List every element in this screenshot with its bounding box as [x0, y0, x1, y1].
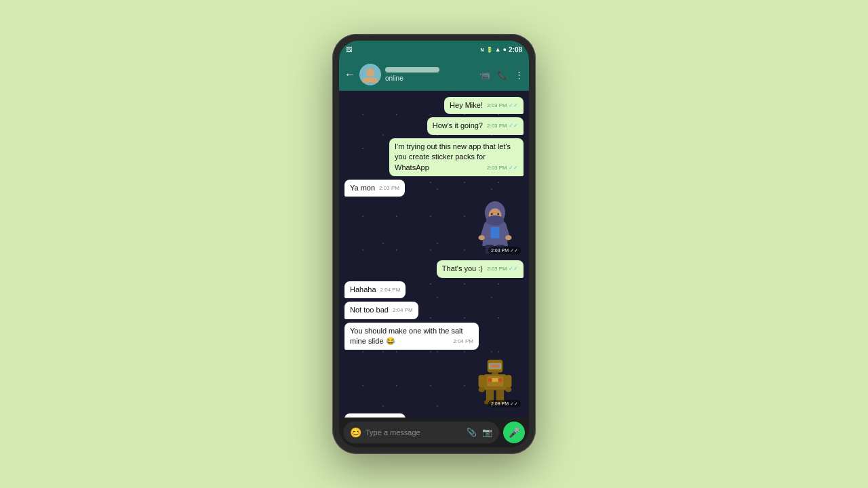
- message-time: 2:03 PM ✓✓: [487, 102, 518, 109]
- mic-icon: 🎤: [509, 427, 520, 438]
- svg-point-7: [486, 216, 504, 226]
- message-text: How's it going?: [433, 121, 483, 129]
- input-bar: 😊 Type a message 📎 📷 🎤: [339, 418, 529, 447]
- message-text: Hahaha: [350, 285, 376, 293]
- message-text: Ya mon: [350, 184, 375, 192]
- time-display: 2:08: [509, 46, 522, 54]
- phone-screen: 🖼 N 🔋 ▲ ● 2:08 ←: [339, 41, 529, 447]
- message-row: That's you :) 2:03 PM ✓✓: [344, 260, 524, 277]
- message-bubble: Not too bad 2:04 PM: [344, 302, 418, 319]
- message-time: 2:04 PM: [393, 306, 413, 314]
- emoji-button[interactable]: 😊: [350, 427, 361, 438]
- svg-point-16: [491, 365, 495, 367]
- sticker-time: 2:03 PM ✓✓: [488, 247, 521, 255]
- attach-icon[interactable]: 📎: [467, 428, 477, 437]
- sticker-bubble: 2:08 PM ✓✓: [467, 353, 524, 410]
- input-action-icons: 📎 📷: [467, 428, 492, 437]
- read-check: ✓✓: [509, 165, 518, 171]
- svg-point-22: [488, 378, 492, 382]
- battery-icon: 🔋: [486, 47, 493, 53]
- message-row: Hahaha 2:04 PM: [344, 281, 524, 298]
- message-time: 2:03 PM ✓✓: [487, 122, 518, 129]
- contact-avatar[interactable]: [359, 64, 381, 85]
- message-input-placeholder[interactable]: Type a message: [366, 428, 462, 436]
- message-text: That's you :): [442, 264, 483, 272]
- voice-call-icon[interactable]: 📞: [497, 70, 508, 80]
- camera-icon[interactable]: 📷: [482, 428, 492, 437]
- message-row: Hey Mike! 2:03 PM ✓✓: [344, 97, 524, 114]
- message-row: Ya mon 2:03 PM: [344, 180, 524, 197]
- read-check: ✓✓: [509, 102, 518, 108]
- message-bubble: Ya mon 2:03 PM: [344, 180, 405, 197]
- svg-point-26: [479, 387, 485, 392]
- message-row: Not too bad 2:04 PM: [344, 302, 524, 319]
- message-time: 2:03 PM: [379, 184, 399, 192]
- message-time: 2:03 PM ✓✓: [487, 164, 518, 171]
- mic-button[interactable]: 🎤: [503, 422, 525, 443]
- message-bubble: Hey Mike! 2:03 PM ✓✓: [444, 97, 524, 114]
- svg-rect-24: [479, 375, 485, 388]
- phone-frame: 🖼 N 🔋 ▲ ● 2:08 ←: [332, 34, 536, 454]
- signal-icon: ●: [503, 46, 507, 53]
- sticker-character: 2:08 PM ✓✓: [468, 354, 522, 409]
- back-button[interactable]: ←: [344, 68, 355, 81]
- message-bubble: Hahaha 2:08 PM: [344, 413, 406, 418]
- svg-point-10: [505, 235, 511, 241]
- status-bar-right: N 🔋 ▲ ● 2:08: [481, 46, 522, 54]
- svg-point-1: [366, 68, 374, 77]
- message-text: Not too bad: [350, 306, 389, 314]
- message-text: You should make one with the salt mine s…: [350, 327, 463, 345]
- message-row: How's it going? 2:03 PM ✓✓: [344, 117, 524, 134]
- contact-status: online: [385, 75, 475, 82]
- message-input-container[interactable]: 😊 Type a message 📎 📷: [343, 422, 499, 443]
- sticker-person: 2:03 PM ✓✓: [468, 201, 522, 256]
- contact-name-bar: [385, 67, 439, 73]
- wifi-icon: ▲: [495, 46, 501, 53]
- chat-messages: Hey Mike! 2:03 PM ✓✓ How's it going? 2:0…: [339, 91, 529, 418]
- message-bubble: Hahaha 2:04 PM: [344, 281, 406, 298]
- avatar-image: [359, 64, 381, 85]
- message-text: Hey Mike!: [450, 101, 483, 109]
- message-bubble: That's you :) 2:03 PM ✓✓: [437, 260, 524, 277]
- sticker-time: 2:08 PM ✓✓: [488, 400, 521, 408]
- svg-point-23: [498, 378, 502, 382]
- svg-point-4: [491, 214, 493, 216]
- message-time: 2:04 PM: [380, 286, 401, 293]
- contact-info[interactable]: online: [385, 67, 475, 82]
- message-time: 2:03 PM ✓✓: [487, 265, 518, 272]
- message-bubble: You should make one with the salt mine s…: [344, 323, 479, 350]
- svg-rect-25: [505, 375, 511, 388]
- video-call-icon[interactable]: 📹: [479, 70, 490, 80]
- message-bubble: I'm trying out this new app that let's y…: [389, 138, 524, 176]
- svg-point-5: [497, 214, 499, 216]
- status-bar-left: 🖼: [346, 46, 352, 53]
- svg-point-27: [505, 387, 511, 392]
- sticker-row: 2:03 PM ✓✓: [344, 200, 524, 257]
- svg-point-9: [479, 235, 485, 241]
- svg-rect-8: [490, 227, 499, 239]
- svg-rect-21: [492, 378, 498, 382]
- chat-header: ← online 📹 📞 ⋮: [339, 58, 529, 91]
- read-check: ✓✓: [509, 123, 518, 129]
- message-row: Hahaha 2:08 PM: [344, 413, 524, 418]
- read-check: ✓✓: [509, 266, 518, 272]
- status-bar: 🖼 N 🔋 ▲ ● 2:08: [339, 41, 529, 58]
- message-row: I'm trying out this new app that let's y…: [344, 138, 524, 176]
- sticker-row: 2:08 PM ✓✓: [344, 353, 524, 410]
- nfc-icon: N: [481, 47, 484, 52]
- more-options-icon[interactable]: ⋮: [515, 70, 524, 80]
- message-row: You should make one with the salt mine s…: [344, 323, 524, 350]
- header-actions: 📹 📞 ⋮: [479, 70, 524, 80]
- photo-icon: 🖼: [346, 46, 352, 53]
- sticker-bubble: 2:03 PM ✓✓: [467, 200, 524, 257]
- message-time: 2:04 PM: [453, 338, 473, 345]
- svg-point-17: [495, 365, 499, 367]
- message-bubble: How's it going? 2:03 PM ✓✓: [427, 117, 524, 134]
